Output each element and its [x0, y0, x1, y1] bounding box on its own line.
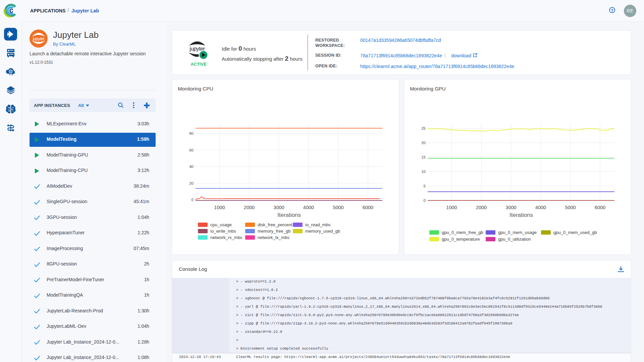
svg-text:gpu_0_utilization: gpu_0_utilization: [498, 237, 531, 242]
svg-text:c: c: [9, 6, 13, 14]
svg-text:10: 10: [421, 170, 426, 174]
svg-text:6000: 6000: [363, 205, 373, 210]
svg-text:6000: 6000: [595, 205, 605, 210]
svg-text:4000: 4000: [535, 205, 546, 210]
svg-text:3000: 3000: [505, 205, 516, 210]
svg-text:Iterations: Iterations: [277, 212, 301, 218]
svg-text:Monitoring GPU: Monitoring GPU: [410, 86, 446, 92]
svg-text:1000: 1000: [446, 205, 457, 210]
svg-text:io_write_mbs: io_write_mbs: [210, 229, 236, 234]
svg-text:15: 15: [421, 155, 426, 159]
svg-text:20: 20: [421, 141, 426, 145]
svg-text:2000: 2000: [244, 205, 255, 210]
svg-text:network_rx_mbs: network_rx_mbs: [210, 235, 243, 240]
svg-text:io_read_mbs: io_read_mbs: [305, 222, 331, 227]
svg-text:Iterations: Iterations: [509, 212, 533, 218]
svg-text:0: 0: [424, 198, 426, 202]
svg-text:5000: 5000: [333, 205, 343, 210]
svg-text:3000: 3000: [273, 205, 284, 210]
svg-text:25: 25: [421, 126, 426, 130]
svg-text:1000: 1000: [214, 205, 225, 210]
svg-text:disk_free_percent: disk_free_percent: [258, 222, 292, 227]
svg-text:2000: 2000: [476, 205, 487, 210]
svg-text:0: 0: [192, 198, 194, 202]
svg-text:5: 5: [424, 184, 426, 188]
svg-text:cpu_usage: cpu_usage: [210, 222, 232, 227]
svg-text:network_tx_mbs: network_tx_mbs: [258, 235, 289, 240]
svg-text:60: 60: [189, 148, 194, 152]
svg-text:gpu_0_mem_used_gb: gpu_0_mem_used_gb: [553, 230, 597, 235]
svg-text:Monitoring CPU: Monitoring CPU: [178, 86, 213, 92]
svg-text:gpu_0_temperature: gpu_0_temperature: [442, 237, 480, 242]
svg-text:20: 20: [189, 181, 194, 185]
svg-text:memory_free_gb: memory_free_gb: [258, 229, 290, 234]
svg-text:4000: 4000: [303, 205, 314, 210]
svg-text:gpu_0_mem_usage: gpu_0_mem_usage: [498, 230, 537, 235]
svg-text:memory_used_gb: memory_used_gb: [305, 229, 340, 234]
svg-text:40: 40: [189, 165, 194, 169]
svg-text:gpu_0_mem_free_gb: gpu_0_mem_free_gb: [442, 230, 483, 235]
svg-text:5000: 5000: [565, 205, 576, 210]
svg-text:80: 80: [189, 131, 194, 135]
svg-text:jupyter: jupyter: [33, 37, 45, 41]
